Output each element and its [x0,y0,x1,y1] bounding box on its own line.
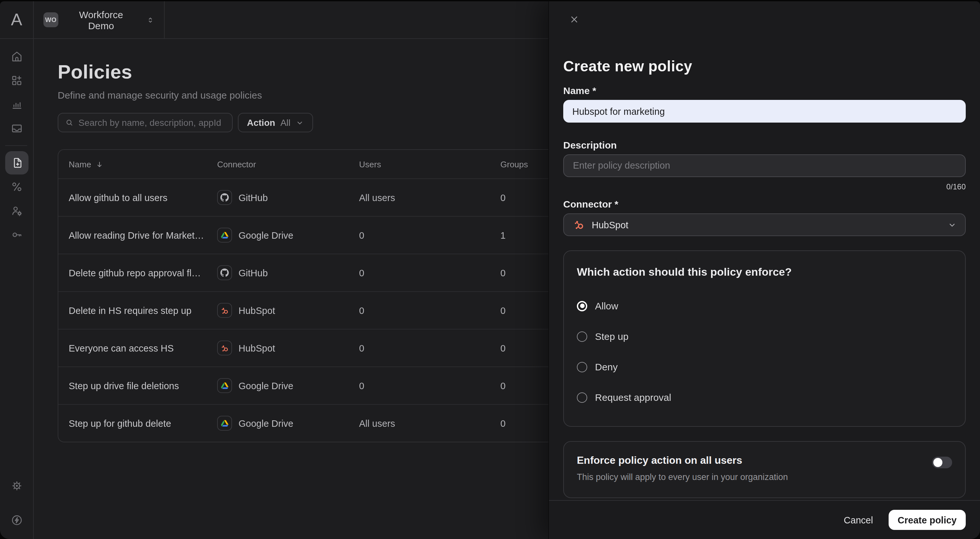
users-cell: 0 [359,343,500,353]
radio-unselected-icon[interactable] [577,331,587,341]
unfold-chevrons-icon [146,15,155,24]
connector-cell: Google Drive [217,228,359,242]
policy-name-cell: Delete in HS requires step up [58,305,217,316]
column-header-label: Groups [500,159,528,169]
table-row[interactable]: Step up drive file deletionsGoogle Drive… [58,367,576,404]
connector-field-label: Connector * [563,198,966,209]
description-field-label: Description [563,139,966,150]
toggle-knob [933,458,942,467]
sidebar-item-inbox[interactable] [5,117,28,140]
sidebar-top-group [5,45,28,247]
table-row[interactable]: Step up for github deleteGoogle DriveAll… [58,404,576,442]
table-row[interactable]: Everyone can access HSHubSpot00 [58,329,576,367]
stage: A WO Workforce Demo Policies Define and … [0,0,980,539]
gear-icon [10,479,23,492]
table-row[interactable]: Delete in HS requires step upHubSpot00 [58,291,576,329]
sidebar-item-home[interactable] [5,45,28,68]
drawer-title: Create new policy [563,58,966,74]
hubspot-icon [573,218,585,231]
column-header-users[interactable]: Users [359,159,500,169]
gdrive-icon [217,416,232,431]
policy-description-input[interactable] [563,155,966,177]
gdrive-icon [217,378,232,393]
sidebar-item-user-settings[interactable] [5,199,28,222]
connector-cell: GitHub [217,190,359,205]
enforce-toggle[interactable] [932,457,952,468]
create-policy-button[interactable]: Create policy [889,510,966,530]
sidebar-divider [5,145,27,146]
policy-name-cell: Allow reading Drive for Market… [58,230,217,240]
action-filter-label: Action [247,117,275,128]
policy-name-cell: Step up for github delete [58,418,217,428]
radio-option-step-up[interactable]: Step up [577,331,952,342]
radio-option-label: Request approval [595,392,671,403]
hubspot-icon [217,303,232,318]
sidebar-item-automations[interactable] [5,175,28,198]
connector-name: Google Drive [239,418,293,428]
users-cell: All users [359,192,500,203]
enforce-card: Enforce policy action on all users This … [563,441,966,498]
sidebar-item-activity[interactable] [5,509,28,532]
table-row[interactable]: Allow github to all usersGitHubAll users… [58,179,576,216]
cancel-button[interactable]: Cancel [844,515,873,525]
gdrive-icon [217,228,232,242]
users-cell: 0 [359,380,500,391]
table-row[interactable]: Delete github repo approval fl…GitHub00 [58,254,576,291]
users-cell: 0 [359,305,500,316]
sidebar-item-access-keys[interactable] [5,223,28,247]
column-header-label: Connector [217,159,256,169]
policy-name-cell: Everyone can access HS [58,343,217,353]
search-box [58,113,233,132]
name-field-label: Name * [563,85,966,96]
table-row[interactable]: Allow reading Drive for Market…Google Dr… [58,216,576,254]
connector-name: GitHub [239,268,268,278]
column-header-connector[interactable]: Connector [217,159,359,169]
sidebar-item-settings[interactable] [5,474,28,498]
column-header-label: Users [359,159,381,169]
sidebar-item-policies[interactable] [5,151,28,174]
radio-option-deny[interactable]: Deny [577,361,952,372]
column-header-name[interactable]: Name [58,159,217,169]
connector-cell: Google Drive [217,416,359,431]
connector-name: Google Drive [239,380,293,391]
action-radio-group: AllowStep upDenyRequest approval [577,300,952,403]
workspace-selector[interactable]: WO Workforce Demo [34,1,165,38]
app-window: A WO Workforce Demo Policies Define and … [0,1,980,539]
home-icon [10,50,23,63]
users-cell: 0 [359,230,500,240]
radio-option-request-approval[interactable]: Request approval [577,392,952,403]
radio-option-label: Deny [595,361,618,372]
radio-unselected-icon[interactable] [577,362,587,372]
connector-select[interactable]: HubSpot [563,214,966,236]
github-icon [217,190,232,205]
radio-unselected-icon[interactable] [577,392,587,402]
connector-cell: Google Drive [217,378,359,393]
workspace-name: Workforce Demo [65,9,137,31]
close-icon[interactable] [568,14,580,25]
sidebar-item-analytics[interactable] [5,93,28,116]
inbox-icon [10,122,23,135]
radio-option-allow[interactable]: Allow [577,300,952,311]
sidebar-item-apps[interactable] [5,69,28,92]
policy-name-input[interactable] [563,100,966,123]
search-input[interactable] [78,117,226,128]
file-plus-icon [10,156,23,169]
app-logo-letter: A [11,10,22,30]
connector-name: HubSpot [239,305,275,316]
chevron-down-icon [296,118,304,127]
drawer-footer: Cancel Create policy [549,500,980,539]
action-filter-button[interactable]: Action All [238,113,313,132]
radio-option-label: Allow [595,300,618,311]
workspace-badge: WO [43,12,58,27]
search-icon [65,118,74,127]
policy-name-cell: Step up drive file deletions [58,380,217,391]
connector-name: Google Drive [239,230,293,240]
github-icon [217,265,232,280]
connector-cell: HubSpot [217,303,359,318]
enforce-title: Enforce policy action on all users [577,454,952,466]
action-filter-value: All [280,117,290,128]
radio-selected-icon[interactable] [577,301,587,311]
table-header: NameConnectorUsersGroups [58,150,576,179]
users-cell: 0 [359,268,500,278]
percent-icon [10,180,23,193]
